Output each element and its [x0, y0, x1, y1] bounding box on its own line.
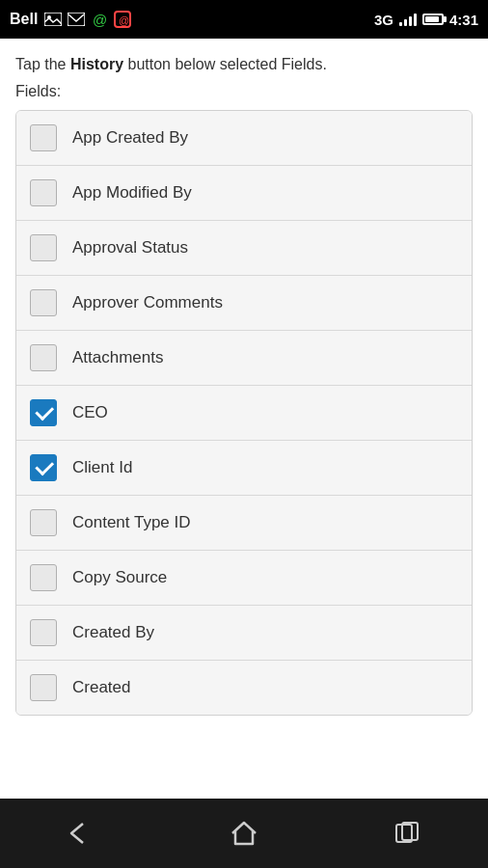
- time-label: 4:31: [449, 12, 478, 28]
- signal-icon: [399, 13, 417, 26]
- field-label-created-by: Created By: [72, 623, 154, 642]
- field-item-content-type-id[interactable]: Content Type ID: [16, 496, 472, 551]
- back-button[interactable]: [52, 809, 110, 857]
- field-label-approval-status: Approval Status: [72, 238, 188, 258]
- field-label-content-type-id: Content Type ID: [72, 513, 191, 532]
- checkbox-approval-status[interactable]: [30, 234, 57, 261]
- field-label-ceo: CEO: [72, 403, 108, 422]
- field-item-created[interactable]: Created: [16, 661, 472, 715]
- fields-label: Fields:: [15, 83, 473, 100]
- field-label-client-id: Client Id: [72, 458, 132, 477]
- field-item-ceo[interactable]: CEO: [16, 386, 472, 441]
- field-item-approver-comments[interactable]: Approver Comments: [16, 276, 472, 331]
- field-label-app-modified-by: App Modified By: [72, 183, 192, 203]
- battery-icon: [422, 14, 444, 25]
- status-right: 3G 4:31: [374, 12, 478, 28]
- main-content: Tap the History button below selected Fi…: [0, 39, 488, 799]
- field-item-app-created-by[interactable]: App Created By: [16, 111, 472, 166]
- field-label-app-created-by: App Created By: [72, 128, 188, 148]
- checkbox-client-id[interactable]: [30, 454, 57, 481]
- checkbox-content-type-id[interactable]: [30, 509, 57, 536]
- recents-button[interactable]: [378, 809, 436, 857]
- checkbox-created-by[interactable]: [30, 619, 57, 646]
- field-item-approval-status[interactable]: Approval Status: [16, 221, 472, 276]
- gmail-notification-icon: [67, 12, 86, 27]
- checkbox-copy-source[interactable]: [30, 564, 57, 591]
- svg-text:@: @: [119, 14, 129, 26]
- field-label-attachments: Attachments: [72, 348, 164, 367]
- status-left: Bell @: [10, 11, 132, 28]
- field-label-copy-source: Copy Source: [72, 568, 167, 587]
- field-label-created: Created: [72, 678, 130, 697]
- at-notification-icon: @: [90, 12, 109, 27]
- field-item-created-by[interactable]: Created By: [16, 606, 472, 661]
- image-notification-icon: [43, 12, 63, 27]
- checkbox-created[interactable]: [30, 674, 57, 701]
- notification-icons: @ @: [43, 12, 132, 27]
- checkbox-ceo[interactable]: [30, 399, 57, 426]
- checkbox-app-created-by[interactable]: [30, 124, 57, 151]
- carrier-label: Bell: [10, 11, 38, 28]
- checkbox-approver-comments[interactable]: [30, 289, 57, 316]
- status-bar: Bell @: [0, 0, 488, 39]
- field-item-client-id[interactable]: Client Id: [16, 441, 472, 496]
- svg-rect-2: [68, 13, 85, 26]
- checkbox-app-modified-by[interactable]: [30, 179, 57, 206]
- svg-text:@: @: [93, 12, 107, 28]
- network-type: 3G: [374, 12, 393, 28]
- field-item-copy-source[interactable]: Copy Source: [16, 551, 472, 606]
- field-item-attachments[interactable]: Attachments: [16, 331, 472, 386]
- instruction-text: Tap the History button below selected Fi…: [15, 54, 473, 75]
- home-button[interactable]: [215, 809, 273, 857]
- app-notification-icon: @: [113, 12, 132, 27]
- field-item-app-modified-by[interactable]: App Modified By: [16, 166, 472, 221]
- history-bold: History: [70, 56, 123, 72]
- fields-list: App Created ByApp Modified ByApproval St…: [15, 110, 473, 716]
- checkbox-attachments[interactable]: [30, 344, 57, 371]
- nav-bar: [0, 799, 488, 868]
- field-label-approver-comments: Approver Comments: [72, 293, 223, 312]
